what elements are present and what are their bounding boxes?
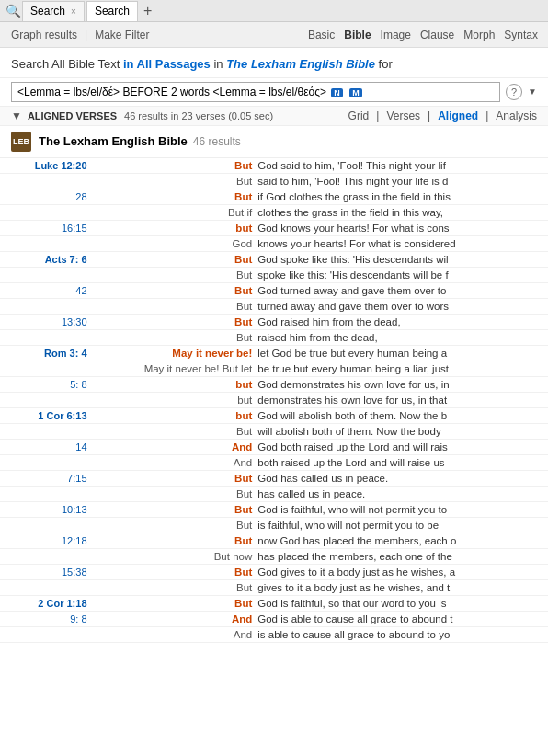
mode-basic[interactable]: Basic — [305, 29, 337, 41]
source-name: The Lexham English Bible — [39, 134, 188, 148]
table-row[interactable]: Rom 3: 4May it never be!let God be true … — [0, 345, 548, 361]
ref-cell[interactable]: 1 Cor 6:13 — [0, 407, 91, 423]
table-row[interactable]: butdemonstrates his own love for us, in … — [0, 392, 548, 407]
help-button[interactable]: ? — [506, 84, 522, 100]
table-row[interactable]: Acts 7: 6ButGod spoke like this: 'His de… — [0, 251, 548, 267]
ref-cell[interactable]: Luke 12:20 — [0, 158, 91, 174]
ref-cell[interactable]: 12:18 — [0, 533, 91, 548]
table-row[interactable]: Butspoke like this: 'His descendants wil… — [0, 267, 548, 282]
make-filter-link[interactable]: Make Filter — [91, 29, 153, 41]
table-row[interactable]: 16:15butGod knows your hearts! For what … — [0, 220, 548, 235]
graph-results-link[interactable]: Graph results — [7, 29, 81, 41]
table-row[interactable]: 14AndGod both raised up the Lord and wil… — [0, 439, 548, 454]
ref-cell[interactable] — [0, 517, 91, 533]
tab-search-2[interactable]: Search — [86, 1, 138, 21]
ref-cell[interactable] — [0, 329, 91, 345]
lemma-cell: but — [91, 220, 257, 235]
view-grid[interactable]: Grid — [348, 109, 370, 122]
table-row[interactable]: 12:18Butnow God has placed the members, … — [0, 533, 548, 548]
tab-close-1[interactable]: × — [71, 6, 76, 17]
view-aligned[interactable]: Aligned — [438, 109, 478, 122]
ref-cell[interactable] — [0, 454, 91, 470]
ref-cell[interactable]: 14 — [0, 439, 91, 454]
mode-morph[interactable]: Morph — [461, 29, 497, 41]
lemma-cell: But — [91, 267, 257, 282]
ref-cell[interactable]: 10:13 — [0, 501, 91, 517]
ref-cell[interactable] — [0, 235, 91, 251]
table-row[interactable]: 13:30ButGod raised him from the dead, — [0, 314, 548, 329]
ref-cell[interactable]: 2 Cor 1:18 — [0, 595, 91, 611]
mode-bible[interactable]: Bible — [341, 29, 373, 41]
ref-cell[interactable] — [0, 173, 91, 189]
lemma-cell: May it never be! — [91, 345, 257, 361]
ref-cell[interactable]: Acts 7: 6 — [0, 251, 91, 267]
ref-cell[interactable] — [0, 626, 91, 642]
ref-cell[interactable]: 5: 8 — [0, 376, 91, 392]
ref-cell[interactable] — [0, 579, 91, 595]
table-row[interactable]: Butwill abolish both of them. Now the bo… — [0, 423, 548, 439]
results-container[interactable]: Luke 12:20ButGod said to him, 'Fool! Thi… — [0, 158, 548, 643]
table-row[interactable]: Godknows your hearts! For what is consid… — [0, 235, 548, 251]
table-row[interactable]: Andis able to cause all grace to abound … — [0, 626, 548, 642]
ref-cell[interactable] — [0, 298, 91, 314]
table-row[interactable]: Butraised him from the dead, — [0, 329, 548, 345]
ref-cell[interactable]: 15:38 — [0, 564, 91, 579]
table-row[interactable]: 7:15ButGod has called us in peace. — [0, 470, 548, 486]
table-row[interactable]: 10:13ButGod is faithful, who will not pe… — [0, 501, 548, 517]
table-row[interactable]: But ifclothes the grass in the field in … — [0, 204, 548, 220]
table-row[interactable]: 28Butif God clothes the grass in the fie… — [0, 189, 548, 204]
query-row: <Lemma = lbs/el/δέ> BEFORE 2 words <Lemm… — [0, 78, 548, 107]
results-table: Luke 12:20ButGod said to him, 'Fool! Thi… — [0, 158, 548, 643]
lemma-cell: And — [91, 626, 257, 642]
view-analysis[interactable]: Analysis — [496, 109, 537, 122]
source-row: LEB The Lexham English Bible 46 results — [0, 126, 548, 158]
ref-cell[interactable]: 16:15 — [0, 220, 91, 235]
mode-clause[interactable]: Clause — [417, 29, 457, 41]
table-row[interactable]: 5: 8butGod demonstrates his own love for… — [0, 376, 548, 392]
ref-cell[interactable] — [0, 204, 91, 220]
ref-cell[interactable] — [0, 267, 91, 282]
mode-syntax[interactable]: Syntax — [501, 29, 541, 41]
table-row[interactable]: 42ButGod turned away and gave them over … — [0, 282, 548, 298]
table-row[interactable]: 2 Cor 1:18ButGod is faithful, so that ou… — [0, 595, 548, 611]
ref-cell[interactable]: Rom 3: 4 — [0, 345, 91, 361]
lemma-cell: But now — [91, 548, 257, 564]
lemma-cell: And — [91, 439, 257, 454]
text-cell: God is faithful, so that our word to you… — [256, 595, 548, 611]
table-row[interactable]: 1 Cor 6:13butGod will abolish both of th… — [0, 407, 548, 423]
table-row[interactable]: Andboth raised up the Lord and will rais… — [0, 454, 548, 470]
ref-cell[interactable]: 7:15 — [0, 470, 91, 486]
table-row[interactable]: May it never be! But letbe true but ever… — [0, 361, 548, 376]
ref-cell[interactable] — [0, 548, 91, 564]
table-row[interactable]: Luke 12:20ButGod said to him, 'Fool! Thi… — [0, 158, 548, 174]
mode-image[interactable]: Image — [378, 29, 414, 41]
ref-cell[interactable]: 42 — [0, 282, 91, 298]
lemma-cell: But — [91, 564, 257, 579]
lemma-cell: but — [91, 407, 257, 423]
table-row[interactable]: Buthas called us in peace. — [0, 486, 548, 501]
tab-search-1[interactable]: Search × — [22, 1, 85, 21]
ref-cell[interactable] — [0, 486, 91, 501]
table-row[interactable]: Butgives to it a body just as he wishes,… — [0, 579, 548, 595]
ref-cell[interactable] — [0, 423, 91, 439]
table-row[interactable]: 15:38ButGod gives to it a body just as h… — [0, 564, 548, 579]
ref-cell[interactable] — [0, 361, 91, 376]
view-verses[interactable]: Verses — [386, 109, 420, 122]
ref-cell[interactable]: 9: 8 — [0, 611, 91, 626]
lemma-cell: And — [91, 454, 257, 470]
ref-cell[interactable]: 13:30 — [0, 314, 91, 329]
toggle-aligned-verses[interactable]: ▼ — [11, 109, 22, 122]
aligned-verses-label: ALIGNED VERSES — [28, 110, 117, 121]
table-row[interactable]: But nowhas placed the members, each one … — [0, 548, 548, 564]
table-row[interactable]: 9: 8AndGod is able to cause all grace to… — [0, 611, 548, 626]
lemma-cell: But — [91, 486, 257, 501]
ref-cell[interactable] — [0, 392, 91, 407]
table-row[interactable]: Butsaid to him, 'Fool! This night your l… — [0, 173, 548, 189]
dropdown-icon[interactable]: ▼ — [528, 86, 537, 97]
table-row[interactable]: Butis faithful, who will not permit you … — [0, 517, 548, 533]
lemma-cell: But — [91, 579, 257, 595]
ref-cell[interactable]: 28 — [0, 189, 91, 204]
table-row[interactable]: Butturned away and gave them over to wor… — [0, 298, 548, 314]
new-tab-button[interactable]: + — [140, 3, 155, 19]
text-cell: is able to cause all grace to abound to … — [256, 626, 548, 642]
